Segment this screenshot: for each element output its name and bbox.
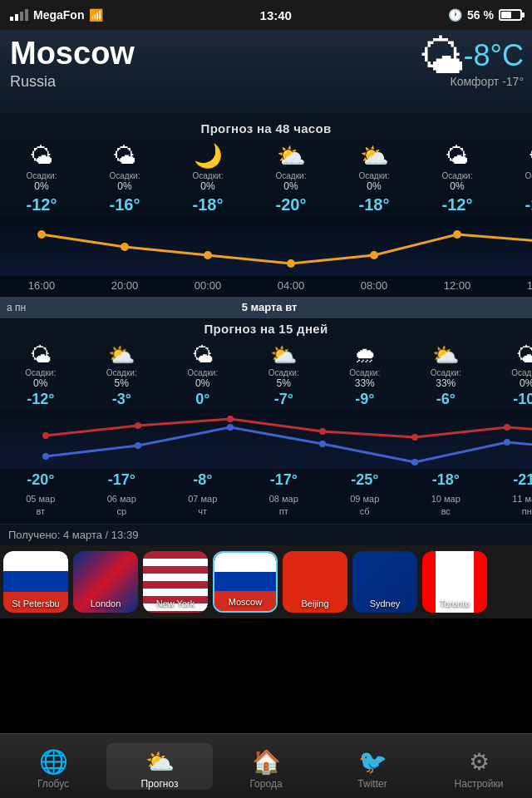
day-cell-6: 🌤 Осадки: 0% -10° (486, 341, 532, 411)
city-thumb-label: London (91, 598, 121, 608)
day-icon: 🌤 (486, 342, 532, 368)
clock-icon: 🕐 (448, 8, 462, 22)
day-high-temp: -6° (406, 391, 487, 408)
divider-left: а пн (0, 302, 138, 313)
weather-header: Moscow Russia 🌤 -8°C Комфорт -17° (0, 30, 532, 113)
twitter-tab-label: Twitter (357, 778, 387, 790)
hour-label-5: 12:00 (416, 276, 499, 297)
battery-icon (499, 9, 522, 21)
svg-point-17 (319, 428, 326, 435)
city-thumb-toronto[interactable]: Toronto (422, 551, 487, 613)
footer-info: Получено: 4 марта / 13:39 (0, 524, 532, 545)
current-weather-icon: 🌤 (419, 34, 466, 81)
day-low-temp-6: -21° (486, 469, 532, 491)
hour-cell-2: 🌙 Осадки: 0% -18° (166, 140, 249, 218)
svg-point-7 (42, 453, 49, 460)
city-thumb-london[interactable]: London (73, 551, 138, 613)
day-icon: ⛅ (244, 342, 325, 368)
city-thumb-moscow[interactable]: Moscow (213, 551, 278, 613)
svg-point-8 (135, 442, 141, 449)
tab-globe[interactable]: 🌐 Глобус (0, 743, 106, 790)
hour-icon: 🌤 (0, 142, 83, 170)
day-cell-1: ⛅ Осадки: 5% -3° (81, 341, 163, 411)
tab-twitter[interactable]: 🐦 Twitter (319, 743, 426, 790)
city-thumb-st-petersbu[interactable]: St Petersbu (3, 551, 68, 613)
day-low-temp-3: -17° (244, 469, 325, 491)
svg-point-3 (287, 259, 295, 268)
tab-settings[interactable]: ⚙ Настройки (426, 743, 532, 790)
precip-label: Осадки: (0, 171, 83, 180)
tab-forecast[interactable]: ⛅ Прогноз (106, 743, 213, 790)
day-low-temp-5: -18° (406, 469, 487, 491)
hour-icon: ⛅ (332, 142, 416, 170)
hour-icon: ⛅ (249, 142, 332, 170)
temperature-curve-48h (0, 218, 532, 276)
day-high-temp: -9° (324, 391, 406, 408)
svg-point-19 (504, 424, 510, 431)
city-thumb-label: Sydney (370, 598, 401, 608)
day-precip-val: 5% (81, 377, 163, 389)
hour-cell-3: ⛅ Осадки: 0% -20° (249, 140, 332, 218)
svg-point-11 (411, 459, 418, 466)
city-thumb-beijing[interactable]: Beijing (283, 551, 347, 613)
day-precip-label: Осадки: (324, 368, 406, 377)
svg-point-0 (37, 230, 46, 239)
day-icon: ⛅ (81, 342, 163, 368)
precip-label: Осадки: (166, 171, 249, 180)
battery-percent: 56 % (467, 8, 494, 22)
settings-tab-icon: ⚙ (469, 748, 490, 776)
city-thumb-new-york[interactable]: New York (143, 551, 208, 613)
hour-temp: -20° (249, 195, 332, 214)
day-precip-val: 33% (324, 377, 406, 389)
day-precip-label: Осадки: (81, 368, 163, 377)
hour-cell-5: 🌤 Осадки: 0% -12° (416, 140, 499, 218)
daily-forecast-scroll[interactable]: 🌤 Осадки: 0% -12° ⛅ Осадки: 5% -3° 🌤 Оса… (0, 341, 532, 524)
status-right: 🕐 56 % (448, 8, 522, 22)
tab-cities[interactable]: 🏠 Города (213, 743, 319, 790)
day-icon: ⛅ (406, 342, 487, 368)
hour-temp: -18° (166, 195, 249, 214)
tab-bar: 🌐 Глобус ⛅ Прогноз 🏠 Города 🐦 Twitter ⚙ … (0, 733, 532, 798)
hour-temp: -15° (499, 195, 532, 214)
precip-val: 0% (332, 180, 416, 192)
precip-val: 0% (499, 180, 532, 192)
day-low-temp-1: -17° (81, 469, 163, 491)
city-thumb-label: Moscow (229, 597, 262, 607)
day-high-temp: -3° (81, 391, 163, 408)
hour-label-3: 04:00 (249, 276, 332, 297)
svg-point-12 (504, 439, 510, 446)
svg-point-5 (453, 230, 461, 239)
carrier-signal: MegaFon 📶 (10, 8, 103, 22)
day-low-temp-0: -20° (0, 469, 81, 491)
day-precip-val: 0% (162, 377, 244, 389)
hour-label-1: 20:00 (83, 276, 166, 297)
hourly-curve-area (0, 218, 532, 276)
day-cell-0: 🌤 Осадки: 0% -12° (0, 341, 81, 411)
city-thumbnail-bar[interactable]: St PetersbuLondonNew YorkMoscowBeijingSy… (0, 545, 532, 618)
day-low-temp-4: -25° (324, 469, 406, 491)
day-label-5: 10 марвс (406, 491, 487, 524)
day-cell-3: ⛅ Осадки: 5% -7° (244, 341, 325, 411)
hour-label-6: 16:00 (499, 276, 532, 297)
hourly-icons-row: 🌤 Осадки: 0% -12° 🌤 Осадки: 0% -16° 🌙 Ос… (0, 140, 532, 218)
precip-val: 0% (166, 180, 249, 192)
forecast-tab-label: Прогноз (140, 778, 178, 790)
day-icon: 🌤 (0, 342, 81, 368)
day-precip-label: Осадки: (486, 368, 532, 377)
status-time: 13:40 (260, 8, 292, 22)
day-cell-2: 🌤 Осадки: 0% 0° (162, 341, 244, 411)
hour-cell-0: 🌤 Осадки: 0% -12° (0, 140, 83, 218)
precip-label: Осадки: (499, 171, 532, 180)
hourly-forecast-scroll[interactable]: 🌤 Осадки: 0% -12° 🌤 Осадки: 0% -16° 🌙 Ос… (0, 140, 532, 297)
globe-tab-label: Глобус (37, 778, 69, 790)
day-high-temp: -12° (0, 391, 81, 408)
svg-point-9 (227, 424, 234, 431)
daily-icons-row: 🌤 Осадки: 0% -12° ⛅ Осадки: 5% -3° 🌤 Оса… (0, 341, 532, 411)
day-label-2: 07 марчт (162, 491, 244, 524)
hour-cell-4: ⛅ Осадки: 0% -18° (332, 140, 416, 218)
forecast-15d-title: Прогноз на 15 дней (0, 318, 532, 341)
hour-temp: -16° (83, 195, 166, 214)
hour-label-4: 08:00 (332, 276, 416, 297)
city-thumb-sydney[interactable]: Sydney (352, 551, 417, 613)
twitter-tab-icon: 🐦 (358, 748, 387, 776)
